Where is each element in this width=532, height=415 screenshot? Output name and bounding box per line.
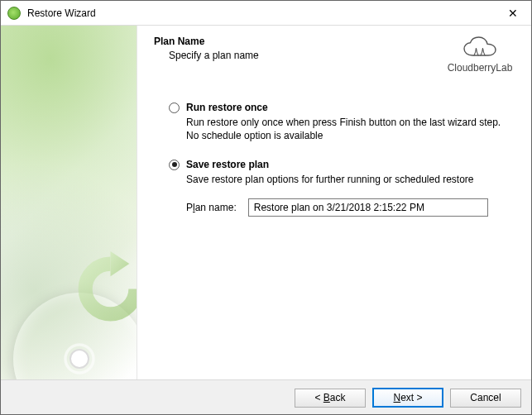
run-once-label[interactable]: Run restore once: [186, 102, 268, 113]
title-bar: Restore Wizard ✕: [1, 1, 531, 26]
radio-run-once[interactable]: [169, 103, 180, 113]
brand-name: CloudberryLab: [443, 62, 516, 74]
page-subtitle: Specify a plan name: [154, 47, 443, 61]
cancel-button[interactable]: Cancel: [450, 389, 521, 408]
radio-save-plan[interactable]: [169, 160, 180, 170]
next-button[interactable]: Next >: [372, 388, 443, 408]
wizard-body: Plan Name Specify a plan name Cloudberry…: [1, 26, 531, 379]
cloud-icon: [461, 36, 499, 60]
save-plan-label[interactable]: Save restore plan: [186, 159, 269, 170]
option-save-plan: Save restore plan Save restore plan opti…: [169, 159, 516, 216]
wizard-banner: [1, 26, 137, 379]
back-button[interactable]: < Back: [295, 389, 366, 408]
window-title: Restore Wizard: [27, 7, 494, 19]
page-title: Plan Name: [154, 36, 443, 47]
restore-arrow-icon: [71, 250, 137, 328]
save-plan-desc: Save restore plan options for further ru…: [169, 170, 516, 186]
plan-name-input[interactable]: [248, 198, 488, 217]
brand-block: CloudberryLab: [443, 36, 516, 74]
close-button[interactable]: ✕: [494, 1, 531, 25]
run-once-desc: Run restore only once when press Finish …: [169, 113, 516, 142]
wizard-footer: < Back Next > Cancel: [1, 379, 531, 415]
option-run-once: Run restore once Run restore only once w…: [169, 102, 516, 142]
app-icon: [7, 7, 21, 20]
wizard-content: Plan Name Specify a plan name Cloudberry…: [137, 26, 531, 379]
plan-name-label: Plan name:: [186, 202, 237, 213]
